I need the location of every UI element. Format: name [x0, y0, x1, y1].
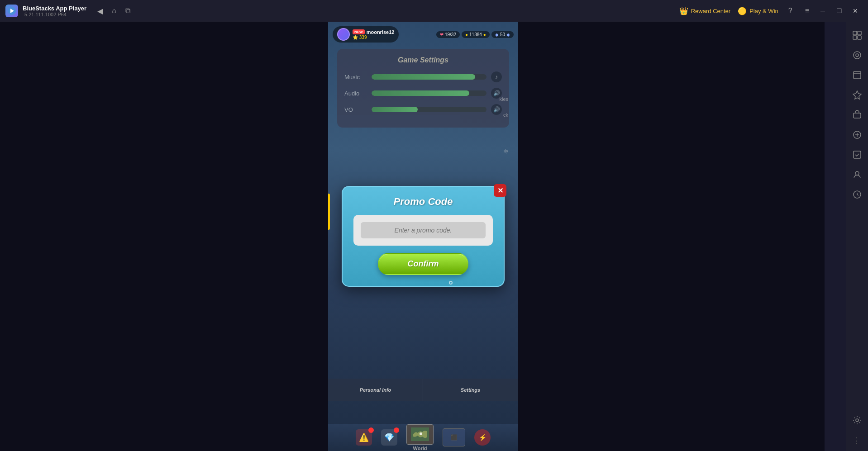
svg-rect-8: [854, 71, 861, 79]
sidebar-icon-5[interactable]: [849, 107, 865, 123]
app-name: BlueStacks App Player: [23, 5, 86, 12]
reward-center-label: Reward Center: [691, 8, 730, 14]
title-bar: BlueStacks App Player 5.21.111.1002 P64 …: [0, 0, 868, 22]
right-panel: [496, 22, 825, 451]
promo-modal: ✕ Promo Code Confirm: [342, 186, 505, 287]
nav-controls: ◀ ⌂ ⧉: [95, 5, 132, 17]
modal-close-button[interactable]: ✕: [494, 184, 506, 197]
play-win-icon: 🟡: [738, 7, 747, 15]
sidebar-icon-2[interactable]: [849, 47, 865, 63]
sidebar-icon-9[interactable]: [849, 186, 865, 203]
back-button[interactable]: ◀: [95, 5, 105, 17]
sidebar-settings-icon[interactable]: [849, 412, 865, 428]
crown-icon: 👑: [679, 7, 688, 15]
close-button[interactable]: ✕: [848, 5, 863, 17]
menu-button[interactable]: ≡: [802, 5, 812, 17]
svg-point-6: [854, 52, 861, 59]
title-bar-actions: 👑 Reward Center 🟡 Play & Win ? ≡: [679, 5, 812, 17]
tabs-button[interactable]: ⧉: [124, 5, 132, 17]
svg-point-14: [855, 171, 859, 175]
svg-rect-5: [858, 36, 861, 39]
left-panel: [0, 22, 328, 451]
sidebar-icon-4[interactable]: [849, 87, 865, 103]
home-button[interactable]: ⌂: [110, 5, 118, 17]
sidebar-dots-icon: ⋮: [853, 436, 862, 446]
play-win-label: Play & Win: [749, 8, 778, 14]
confirm-button[interactable]: Confirm: [378, 253, 468, 275]
sidebar-icon-7[interactable]: [849, 147, 865, 163]
right-sidebar: ⋮: [846, 22, 868, 451]
sidebar-icon-3[interactable]: [849, 67, 865, 83]
reward-center-button[interactable]: 👑 Reward Center: [679, 7, 730, 15]
play-win-button[interactable]: 🟡 Play & Win: [738, 7, 778, 15]
sidebar-icon-8[interactable]: [849, 166, 865, 183]
promo-input-area: [353, 215, 493, 246]
promo-modal-overlay: ✕ Promo Code Confirm: [328, 22, 518, 451]
svg-rect-11: [854, 113, 861, 118]
maximize-button[interactable]: ☐: [832, 5, 846, 17]
game-container: NEW moonrise12 ⭐ 339 ❤ 19/32 ● 11384 ●: [328, 22, 518, 451]
svg-point-16: [856, 419, 858, 422]
app-version: 5.21.111.1002 P64: [24, 12, 86, 17]
app-logo: [5, 5, 18, 17]
sidebar-icon-1[interactable]: [849, 27, 865, 43]
svg-rect-3: [858, 31, 861, 35]
svg-rect-2: [853, 31, 857, 35]
svg-rect-13: [854, 151, 861, 158]
main-area: NEW moonrise12 ⭐ 339 ❤ 19/32 ● 11384 ●: [0, 22, 846, 451]
svg-marker-10: [853, 91, 861, 99]
svg-rect-4: [853, 36, 857, 39]
sidebar-icon-6[interactable]: [849, 127, 865, 143]
svg-point-7: [856, 54, 858, 57]
promo-code-input[interactable]: [361, 222, 486, 238]
help-button[interactable]: ?: [786, 5, 795, 17]
promo-modal-title: Promo Code: [353, 196, 493, 208]
minimize-button[interactable]: ─: [816, 5, 830, 17]
window-controls: ─ ☐ ✕: [816, 5, 863, 17]
